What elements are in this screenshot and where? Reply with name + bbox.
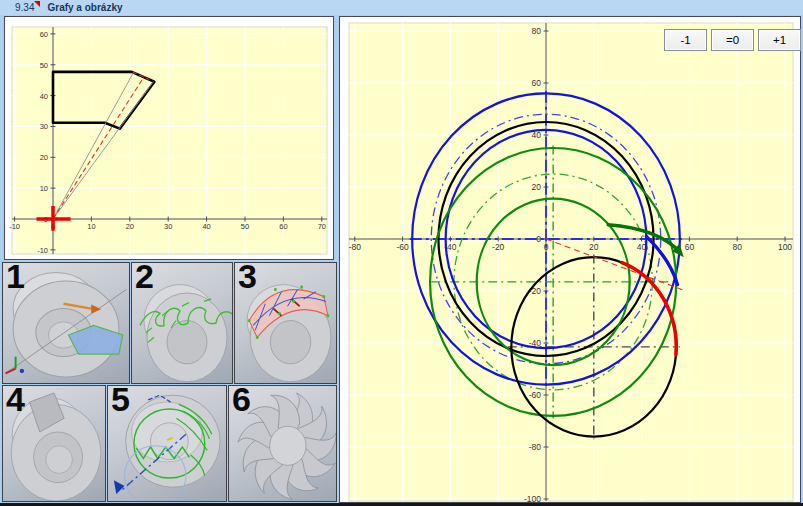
axis-triad-icon — [6, 357, 25, 374]
gear-circles-chart: -80-60-40-20020406080100-100-80-60-40-20… — [340, 17, 800, 502]
svg-text:50: 50 — [40, 61, 48, 70]
svg-text:-100: -100 — [524, 494, 541, 502]
svg-text:40: 40 — [202, 222, 210, 231]
gear-hub — [270, 426, 306, 465]
step-buttons: -1 =0 +1 — [664, 29, 801, 51]
decrement-button[interactable]: -1 — [664, 29, 707, 51]
thumbnail-3d-step-2[interactable]: 2 — [131, 262, 233, 384]
svg-text:60: 60 — [685, 242, 695, 252]
svg-text:-10: -10 — [9, 222, 20, 231]
section-header: 9.34 Grafy a obrázky — [0, 0, 803, 15]
thumbnail-number: 1 — [6, 262, 25, 296]
thumbnail-3d-step-3[interactable]: 3 — [234, 262, 337, 384]
svg-text:20: 20 — [126, 222, 134, 231]
profile-chart: -10010203040506070-100102030405060 — [5, 17, 333, 259]
svg-text:30: 30 — [164, 222, 172, 231]
svg-text:-20: -20 — [492, 242, 505, 252]
svg-text:0: 0 — [536, 234, 541, 244]
svg-text:60: 60 — [40, 30, 48, 39]
increment-button[interactable]: +1 — [758, 29, 801, 51]
svg-text:80: 80 — [732, 242, 742, 252]
thumbnail-number: 4 — [6, 385, 25, 419]
svg-text:-60: -60 — [529, 390, 542, 400]
profile-chart-panel[interactable]: -10010203040506070-100102030405060 — [4, 16, 334, 260]
section-title: Grafy a obrázky — [47, 2, 122, 13]
svg-text:10: 10 — [87, 222, 95, 231]
svg-text:70: 70 — [318, 222, 326, 231]
thumbnail-number: 3 — [238, 262, 257, 296]
svg-text:50: 50 — [241, 222, 249, 231]
svg-text:10: 10 — [40, 184, 48, 193]
svg-text:20: 20 — [589, 242, 599, 252]
svg-text:-60: -60 — [396, 242, 409, 252]
thumbnail-3d-step-5[interactable]: 5 — [107, 385, 227, 502]
thumbnail-number: 5 — [111, 385, 130, 419]
thumbnail-number: 6 — [232, 385, 251, 419]
section-number: 9.34 — [15, 2, 34, 13]
zero-button[interactable]: =0 — [711, 29, 754, 51]
gear-circles-chart-panel[interactable]: -80-60-40-20020406080100-100-80-60-40-20… — [339, 16, 801, 503]
rotation-arrow — [114, 480, 125, 494]
svg-text:40: 40 — [40, 92, 48, 101]
svg-text:20: 20 — [532, 182, 542, 192]
comment-marker-icon — [34, 1, 40, 7]
svg-text:-10: -10 — [37, 246, 48, 255]
svg-text:60: 60 — [279, 222, 287, 231]
thumbnail-3d-step-6[interactable]: 6 — [228, 385, 337, 502]
svg-text:100: 100 — [778, 242, 792, 252]
worksheet: 9.34 Grafy a obrázky -10010203040506070-… — [0, 0, 803, 506]
svg-text:20: 20 — [40, 153, 48, 162]
thumbnail-3d-step-1[interactable]: 1 — [2, 262, 130, 384]
svg-text:60: 60 — [532, 78, 542, 88]
svg-text:30: 30 — [40, 122, 48, 131]
svg-text:-80: -80 — [529, 442, 542, 452]
thumbnail-number: 2 — [135, 262, 154, 296]
thumbnail-3d-step-4[interactable]: 4 — [2, 385, 106, 502]
svg-text:-80: -80 — [349, 242, 362, 252]
svg-text:80: 80 — [532, 26, 542, 36]
